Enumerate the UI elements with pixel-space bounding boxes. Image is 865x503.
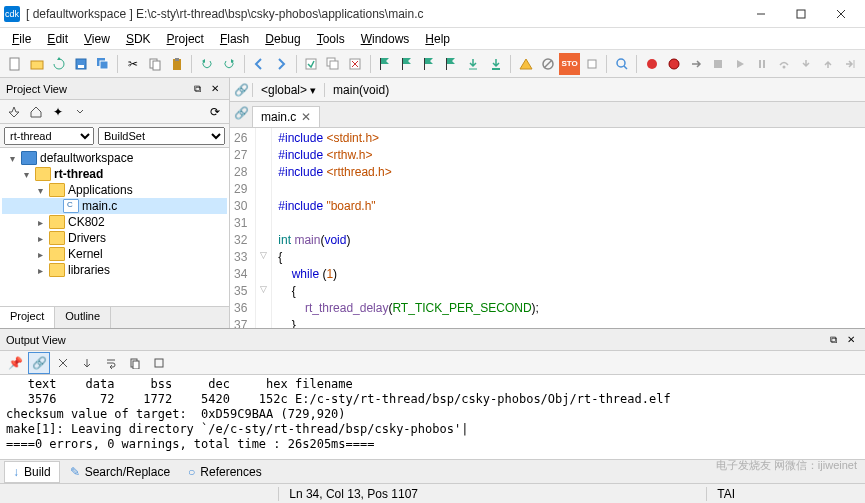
menu-windows[interactable]: Windows <box>353 30 418 48</box>
rebuild-icon[interactable] <box>323 53 344 75</box>
svg-rect-34 <box>759 60 761 68</box>
tab-outline[interactable]: Outline <box>55 307 111 328</box>
save-all-icon[interactable] <box>92 53 113 75</box>
new-file-icon[interactable] <box>4 53 25 75</box>
undo-icon[interactable] <box>196 53 217 75</box>
cut-icon[interactable]: ✂ <box>122 53 143 75</box>
settings-icon[interactable] <box>581 53 602 75</box>
step-over-icon[interactable] <box>774 53 795 75</box>
editor-link-icon[interactable]: 🔗 <box>230 83 252 97</box>
tab-close-icon[interactable]: ✕ <box>301 110 311 124</box>
main-toolbar: ✂ STO <box>0 50 865 78</box>
sync-icon[interactable]: ⟳ <box>205 102 225 122</box>
run-to-icon[interactable] <box>840 53 861 75</box>
collapse-icon[interactable] <box>70 102 90 122</box>
panel-close-icon[interactable]: ✕ <box>207 81 223 97</box>
output-text[interactable]: text data bss dec hex filename 3576 72 1… <box>0 375 865 459</box>
home-icon[interactable] <box>26 102 46 122</box>
svg-point-36 <box>783 65 786 68</box>
svg-rect-20 <box>380 58 381 70</box>
menu-sdk[interactable]: SDK <box>118 30 159 48</box>
pause-icon[interactable] <box>752 53 773 75</box>
link-icon[interactable]: ✦ <box>48 102 68 122</box>
menu-flash[interactable]: Flash <box>212 30 257 48</box>
run-flag-icon[interactable] <box>375 53 396 75</box>
out-copy-icon[interactable] <box>124 352 146 374</box>
out-link-icon[interactable]: 🔗 <box>28 352 50 374</box>
step-into-icon[interactable] <box>796 53 817 75</box>
minimize-button[interactable] <box>741 0 781 28</box>
flag3-icon[interactable] <box>419 53 440 75</box>
save-icon[interactable] <box>70 53 91 75</box>
svg-rect-22 <box>424 58 425 70</box>
refresh-icon[interactable] <box>48 53 69 75</box>
copy-icon[interactable] <box>144 53 165 75</box>
out-pin-icon[interactable]: 📌 <box>4 352 26 374</box>
svg-point-29 <box>617 59 625 67</box>
step-out-icon[interactable] <box>818 53 839 75</box>
menu-edit[interactable]: Edit <box>39 30 76 48</box>
out-wrap-icon[interactable] <box>100 352 122 374</box>
download-icon[interactable] <box>463 53 484 75</box>
locate-icon[interactable] <box>4 102 24 122</box>
tree-item-ck802[interactable]: ▸CK802 <box>2 214 227 230</box>
out-save-icon[interactable] <box>148 352 170 374</box>
out-clear-icon[interactable] <box>52 352 74 374</box>
menu-file[interactable]: File <box>4 30 39 48</box>
tab-references[interactable]: ○References <box>180 462 270 482</box>
warn-icon[interactable] <box>515 53 536 75</box>
search-icon[interactable] <box>611 53 632 75</box>
flag4-icon[interactable] <box>441 53 462 75</box>
menu-view[interactable]: View <box>76 30 118 48</box>
stop-icon[interactable] <box>707 53 728 75</box>
editor-link2-icon[interactable]: 🔗 <box>234 106 249 120</box>
arrow-icon[interactable] <box>685 53 706 75</box>
menu-debug[interactable]: Debug <box>257 30 308 48</box>
breakpoint-icon[interactable] <box>663 53 684 75</box>
tab-search[interactable]: ✎Search/Replace <box>62 462 178 482</box>
download2-icon[interactable] <box>485 53 506 75</box>
out-scroll-icon[interactable] <box>76 352 98 374</box>
tree-item-main-c[interactable]: main.c <box>2 198 227 214</box>
buildset-selector[interactable]: BuildSet <box>98 127 225 145</box>
tree-item-kernel[interactable]: ▸Kernel <box>2 246 227 262</box>
build-icon[interactable] <box>301 53 322 75</box>
menu-help[interactable]: Help <box>417 30 458 48</box>
open-icon[interactable] <box>26 53 47 75</box>
tree-item-defaultworkspace[interactable]: ▾defaultworkspace <box>2 150 227 166</box>
menu-tools[interactable]: Tools <box>309 30 353 48</box>
nav-fwd-icon[interactable] <box>271 53 292 75</box>
disable-icon[interactable] <box>537 53 558 75</box>
editor-panel: 🔗 <global> ▾ main(void) 🔗 main.c ✕ 26272… <box>230 78 865 328</box>
menu-project[interactable]: Project <box>159 30 212 48</box>
editor-tab-mainc[interactable]: main.c ✕ <box>252 106 320 127</box>
tree-item-drivers[interactable]: ▸Drivers <box>2 230 227 246</box>
record-icon[interactable] <box>641 53 662 75</box>
tab-project[interactable]: Project <box>0 307 55 328</box>
svg-rect-11 <box>153 61 160 70</box>
statusbar: Ln 34, Col 13, Pos 1107 TAI <box>0 483 865 503</box>
app-icon: cdk <box>4 6 20 22</box>
crumb-function[interactable]: main(void) <box>324 83 865 97</box>
nav-back-icon[interactable] <box>248 53 269 75</box>
tree-item-applications[interactable]: ▾Applications <box>2 182 227 198</box>
clean-icon[interactable] <box>345 53 366 75</box>
output-close-icon[interactable]: ✕ <box>843 332 859 348</box>
abort-icon[interactable]: STO <box>559 53 580 75</box>
panel-undock-icon[interactable]: ⧉ <box>189 81 205 97</box>
code-editor[interactable]: 26272829303132333435363738 ▽▽ #include <… <box>230 128 865 328</box>
output-undock-icon[interactable]: ⧉ <box>825 332 841 348</box>
maximize-button[interactable] <box>781 0 821 28</box>
crumb-scope[interactable]: <global> ▾ <box>252 83 324 97</box>
paste-icon[interactable] <box>166 53 187 75</box>
project-tree[interactable]: ▾defaultworkspace▾rt-thread▾Applications… <box>0 148 229 306</box>
redo-icon[interactable] <box>218 53 239 75</box>
tree-item-libraries[interactable]: ▸libraries <box>2 262 227 278</box>
project-selector[interactable]: rt-thread <box>4 127 94 145</box>
tree-item-rt-thread[interactable]: ▾rt-thread <box>2 166 227 182</box>
close-button[interactable] <box>821 0 861 28</box>
flag2-icon[interactable] <box>397 53 418 75</box>
play-icon[interactable] <box>730 53 751 75</box>
tab-label: main.c <box>261 110 296 124</box>
tab-build[interactable]: ↓Build <box>4 461 60 483</box>
